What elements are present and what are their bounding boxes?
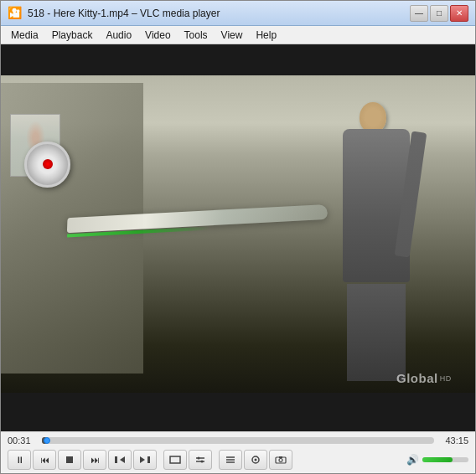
frame-fwd-icon (139, 456, 151, 464)
watermark-network: Global (396, 371, 438, 385)
media-info-button[interactable] (244, 450, 267, 470)
volume-bar[interactable] (422, 457, 468, 462)
svg-point-16 (279, 459, 282, 462)
stop-button[interactable] (58, 450, 81, 470)
minimize-button[interactable]: — (410, 5, 428, 22)
menu-help[interactable]: Help (249, 28, 283, 43)
progress-fill (42, 437, 47, 444)
progress-bar[interactable] (42, 437, 434, 444)
svg-rect-1 (115, 456, 117, 463)
playlist-icon (225, 456, 235, 464)
current-time: 00:31 (8, 435, 37, 446)
svg-rect-17 (279, 456, 282, 458)
man-figure (334, 102, 418, 381)
menu-media[interactable]: Media (4, 28, 45, 43)
play-pause-button[interactable]: ⏸ (8, 450, 31, 470)
man-body (343, 129, 410, 282)
media-icon (250, 456, 261, 464)
aspect-ratio-icon (169, 456, 181, 464)
prev-chapter-button[interactable]: ⏮ (33, 450, 56, 470)
aspect-ratio-button[interactable] (163, 450, 187, 470)
app-icon: 🎦 (8, 6, 23, 21)
man-head (360, 102, 386, 132)
next-chapter-button[interactable]: ⏭ (83, 450, 106, 470)
frame-back-icon (114, 456, 126, 464)
progress-handle[interactable] (44, 437, 50, 444)
svg-marker-2 (120, 456, 125, 463)
watermark-quality: HD (440, 374, 452, 383)
maximize-button[interactable]: □ (430, 5, 448, 22)
frame-fwd-button[interactable] (133, 450, 157, 470)
watermark: Global HD (396, 371, 452, 385)
vlc-window: 🎦 518 - Here Kitty-1.mp4 – VLC media pla… (0, 0, 476, 474)
window-controls: — □ ✕ (410, 5, 468, 22)
playlist-button[interactable] (219, 450, 242, 470)
video-area[interactable]: Global HD (1, 44, 475, 431)
man-legs (347, 284, 406, 381)
volume-icon: 🔊 (406, 454, 419, 466)
progress-row: 00:31 43:15 (1, 432, 475, 447)
snapshot-icon (275, 456, 287, 464)
menu-audio[interactable]: Audio (99, 28, 138, 43)
video-frame: Global HD (1, 44, 475, 431)
svg-rect-0 (66, 456, 73, 463)
spinning-disk (24, 142, 70, 188)
disk-center (43, 159, 53, 169)
menu-playback[interactable]: Playback (45, 28, 100, 43)
menu-view[interactable]: View (215, 28, 250, 43)
svg-rect-5 (170, 456, 180, 463)
frame-back-button[interactable] (108, 450, 132, 470)
volume-fill (422, 457, 453, 462)
menu-tools[interactable]: Tools (178, 28, 215, 43)
svg-point-14 (255, 459, 257, 461)
window-title: 518 - Here Kitty-1.mp4 – VLC media playe… (28, 8, 410, 19)
stop-icon (65, 456, 74, 464)
svg-rect-3 (147, 456, 150, 463)
svg-point-8 (198, 457, 200, 460)
total-time: 43:15 (439, 435, 468, 446)
controls-area: 00:31 43:15 ⏸ ⏮ ⏭ (1, 431, 475, 473)
eq-icon (195, 456, 205, 464)
playback-controls: ⏸ ⏮ ⏭ (1, 447, 475, 473)
menu-bar: Media Playback Audio Video Tools View He… (1, 26, 475, 44)
menu-video[interactable]: Video (138, 28, 177, 43)
volume-area: 🔊 (406, 454, 468, 466)
svg-marker-4 (140, 456, 145, 463)
title-bar: 🎦 518 - Here Kitty-1.mp4 – VLC media pla… (1, 1, 475, 26)
close-button[interactable]: ✕ (450, 5, 468, 22)
svg-point-9 (201, 461, 204, 463)
extended-settings-button[interactable] (189, 450, 212, 470)
watermark-logo: Global HD (396, 371, 452, 385)
snapshot-button[interactable] (269, 450, 292, 470)
